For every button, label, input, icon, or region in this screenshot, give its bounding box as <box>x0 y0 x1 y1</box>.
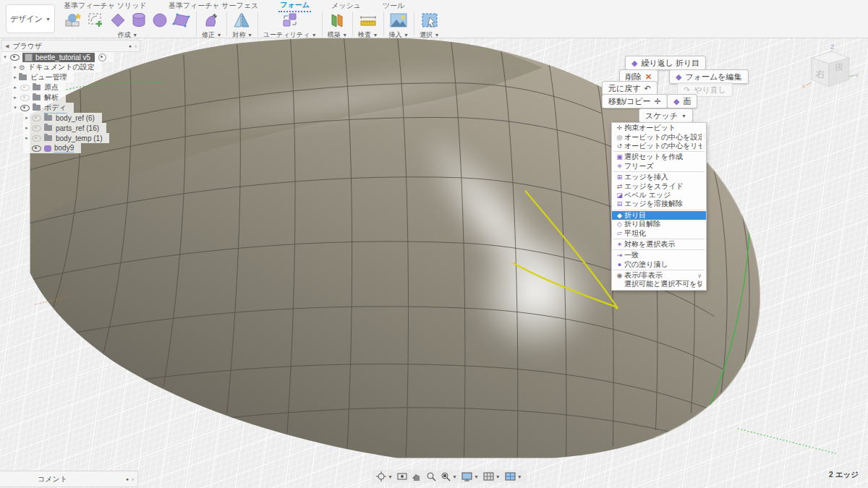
group-symmetry-dropdown[interactable]: 対称 ▼ <box>232 30 252 40</box>
menu-item-show-hide[interactable]: ◉表示/非表示∨ <box>612 271 706 280</box>
menu-item-fill-hole[interactable]: ●穴の塗り潰し <box>612 260 706 268</box>
browser-row-origin[interactable]: ▸ 原点 <box>12 82 66 93</box>
edit-form-button[interactable]: ◆ フォームを編集 <box>669 69 749 84</box>
menu-item-slide-edge[interactable]: ⇄エッジをスライド <box>612 181 706 190</box>
menu-item-crease[interactable]: ◆折り目 <box>612 211 706 220</box>
visibility-eye-icon[interactable] <box>32 145 41 152</box>
visibility-eye-off-icon[interactable] <box>32 135 41 142</box>
selection-set-icon: ▣ <box>615 153 624 160</box>
menu-item-bevel-edge[interactable]: ◪ベベル エッジ <box>612 191 706 200</box>
fit-button[interactable]: ▼ <box>441 471 457 481</box>
expander-icon[interactable]: ▸ <box>12 64 19 70</box>
browser-row-root[interactable]: ▾ beetle_tutorial v5 <box>1 52 114 62</box>
expander-icon[interactable]: ▸ <box>12 95 19 100</box>
new-form-icon[interactable] <box>64 12 83 29</box>
grid-snaps-button[interactable]: ▼ <box>483 471 501 481</box>
visibility-eye-off-icon[interactable] <box>20 95 30 101</box>
tab-tools[interactable]: ツール <box>381 0 406 12</box>
face-button[interactable]: ◆ 面 <box>667 94 697 108</box>
menu-item-set-orbit-center[interactable]: ◎オービットの中心を設定 <box>612 132 706 141</box>
sphere-primitive-icon[interactable] <box>151 12 169 29</box>
visibility-eye-icon[interactable] <box>20 105 30 111</box>
tab-solid[interactable]: 基準フィーチャ ソリッド <box>62 0 148 12</box>
browser-row-body9[interactable]: body9 <box>23 143 81 153</box>
activate-radio[interactable] <box>98 53 106 61</box>
look-at-button[interactable] <box>397 471 407 481</box>
expander-icon[interactable]: ▸ <box>12 85 19 90</box>
viewports-button[interactable]: ▼ <box>505 471 522 481</box>
group-construct-dropdown[interactable]: 構築 ▼ <box>328 30 347 40</box>
folder-icon <box>44 115 52 121</box>
collapse-panel-icon[interactable]: ◀ <box>5 43 9 49</box>
group-select-dropdown[interactable]: 選択 ▼ <box>420 30 439 40</box>
menu-item-unweld-edge[interactable]: ⊟エッジを溶接解除 <box>612 200 706 208</box>
edit-form-icon: ◆ <box>676 72 681 82</box>
axis-y-label: Y <box>855 72 859 79</box>
comment-panel[interactable]: コメント ● › <box>0 471 138 487</box>
menu-item-toggle-selectable[interactable]: 選択可能と選択不可を切り替え <box>612 280 706 288</box>
plane-primitive-icon[interactable] <box>172 12 191 29</box>
expander-icon[interactable]: ▸ <box>23 135 30 141</box>
browser-row-doc-settings[interactable]: ▸ ⚙ ドキュメントの設定 <box>12 62 102 72</box>
group-create-dropdown[interactable]: 作成 ▼ <box>118 30 137 40</box>
visibility-eye-off-icon[interactable] <box>32 115 41 121</box>
menu-item-constrained-orbit[interactable]: ✛拘束オービット <box>612 124 706 132</box>
browser-row-named-views[interactable]: ▸ ビュー管理 <box>12 72 74 82</box>
design-workspace-dropdown[interactable]: デザイン ▼ <box>6 4 55 33</box>
visibility-eye-off-icon[interactable] <box>32 125 41 132</box>
expander-icon[interactable]: ▸ <box>23 115 30 121</box>
orbit-tool-button[interactable]: ▼ <box>376 471 393 481</box>
create-sketch-icon[interactable] <box>87 12 106 29</box>
tab-mesh[interactable]: メッシュ <box>330 0 362 12</box>
panel-expand-icon[interactable]: › <box>132 476 134 483</box>
construct-icon[interactable] <box>328 12 346 29</box>
group-inspect-dropdown[interactable]: 検査 ▼ <box>358 30 378 40</box>
tab-surface[interactable]: 基準フィーチャ サーフェス <box>167 0 260 12</box>
edit-form-icon[interactable] <box>203 12 221 29</box>
browser-row-analysis[interactable]: ▸ 解析 <box>12 93 66 103</box>
menu-item-flatten[interactable]: ▱平坦化 <box>612 228 706 237</box>
panel-opacity-icon[interactable]: ● <box>129 43 132 48</box>
visibility-eye-off-icon[interactable] <box>20 85 30 91</box>
measure-icon[interactable] <box>359 12 378 29</box>
expander-icon[interactable]: ▾ <box>1 54 9 60</box>
pan-button[interactable] <box>412 471 422 481</box>
browser-row-body-ref[interactable]: ▸ body_ref (6) <box>23 113 102 123</box>
visibility-eye-icon[interactable] <box>10 54 20 61</box>
panel-opacity-icon[interactable]: ● <box>126 476 129 481</box>
browser-row-parts-ref[interactable]: ▸ parts_ref (16) <box>23 123 106 133</box>
undo-arrow-icon: ↶ <box>644 84 651 93</box>
fusion-window: デザイン ▼ 基準フィーチャ ソリッド 基準フィーチャ サーフェス フォーム メ… <box>0 0 868 488</box>
undo-button[interactable]: 元に戻す ↶ <box>602 81 658 95</box>
symmetry-icon[interactable] <box>233 12 252 29</box>
menu-item-reset-orbit-center[interactable]: ↺オービットの中心をリセット <box>612 142 706 150</box>
menu-item-create-selection-set[interactable]: ▣選択セットを作成 <box>612 153 706 161</box>
select-icon[interactable] <box>420 12 439 29</box>
panel-scroll-icon[interactable]: › <box>135 43 137 50</box>
repeat-crease-button[interactable]: ◆ 繰り返し 折り目 <box>625 56 706 70</box>
cylinder-primitive-icon[interactable] <box>130 12 148 29</box>
menu-item-display-symmetry[interactable]: ✶対称を選択表示 <box>612 240 706 249</box>
box-primitive-icon[interactable] <box>109 12 127 29</box>
browser-panel-header[interactable]: ◀ ブラウザ ● › <box>1 40 140 52</box>
browser-row-bodies[interactable]: ▾ ボディ <box>12 103 74 113</box>
expander-icon[interactable]: ▸ <box>23 125 30 131</box>
expander-icon[interactable]: ▾ <box>12 105 19 111</box>
move-copy-button[interactable]: 移動/コピー ✛ <box>602 94 668 108</box>
insert-image-icon[interactable] <box>389 12 408 29</box>
menu-item-uncrease[interactable]: ◇折り目解除 <box>612 220 706 228</box>
browser-row-body-temp[interactable]: ▸ body_temp (1) <box>23 133 109 143</box>
viewcube[interactable]: Z 右 後 Y X <box>800 42 859 103</box>
group-utilities-dropdown[interactable]: ユーティリティ ▼ <box>263 30 317 40</box>
menu-item-insert-edge[interactable]: ⊞エッジを挿入 <box>612 173 706 181</box>
sketch-dropdown-button[interactable]: スケッチ ▼ <box>639 108 693 123</box>
expander-icon[interactable]: ▸ <box>12 74 19 80</box>
utilities-icon[interactable] <box>281 12 299 29</box>
group-modify-dropdown[interactable]: 修正 ▼ <box>202 30 221 40</box>
ribbon-tabbar: 基準フィーチャ ソリッド 基準フィーチャ サーフェス フォーム メッシュ ツール <box>62 0 406 11</box>
zoom-button[interactable] <box>426 471 436 481</box>
menu-item-match[interactable]: ⇥一致 <box>612 251 706 260</box>
group-insert-dropdown[interactable]: 挿入 ▼ <box>389 30 409 40</box>
menu-item-freeze[interactable]: ✳フリーズ <box>612 162 706 171</box>
display-settings-button[interactable]: ▼ <box>461 471 479 481</box>
